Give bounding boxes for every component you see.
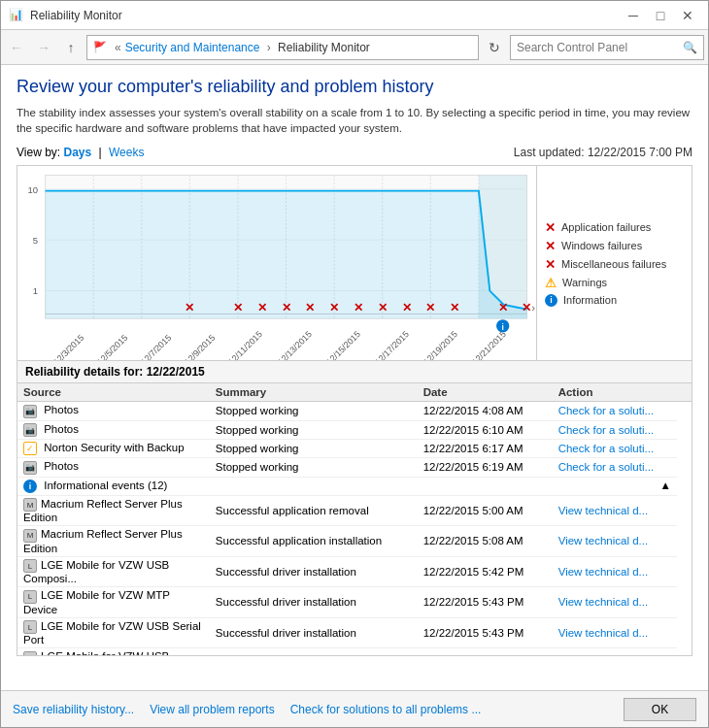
warnings-icon: ⚠ (545, 276, 557, 290)
view-technical-link[interactable]: View technical d... (558, 505, 648, 516)
action-cell[interactable]: View technical d... (553, 617, 677, 648)
view-technical-link[interactable]: View technical d... (558, 566, 648, 578)
svg-text:✕: ✕ (450, 301, 459, 314)
forward-button[interactable]: → (32, 36, 55, 59)
ok-button[interactable]: OK (624, 698, 696, 721)
check-solution-link[interactable]: Check for a soluti... (558, 424, 654, 436)
chart-container: 10 5 1 (17, 165, 692, 361)
close-button[interactable]: ✕ (675, 3, 700, 28)
table-row: 📷 Photos Stopped working 12/22/2015 6:10… (17, 420, 692, 440)
minimize-button[interactable]: ─ (621, 3, 646, 28)
breadcrumb-separator1: « (115, 41, 121, 54)
nav-bar: ← → ↑ 🚩 « Security and Maintenance › Rel… (1, 30, 708, 65)
action-cell[interactable]: Check for a soluti... (553, 420, 677, 440)
breadcrumb-current: Reliability Monitor (278, 41, 370, 54)
info-section-label[interactable]: i Informational events (12) ▲ (17, 477, 677, 495)
view-days-link[interactable]: Days (63, 146, 91, 159)
svg-marker-19 (46, 191, 527, 319)
svg-text:✕: ✕ (282, 301, 291, 314)
misc-failures-icon: ✕ (545, 257, 556, 272)
action-cell[interactable]: View technical d... (553, 526, 677, 557)
date-cell: 12/22/2015 5:43 PM (418, 617, 553, 648)
svg-text:5: 5 (33, 235, 38, 246)
source-cell: LLGE Mobile for VZW USB Composi... (17, 556, 210, 587)
action-cell[interactable]: View technical d... (553, 648, 677, 656)
table-row: MMacrium Reflect Server Plus Edition Suc… (17, 495, 692, 526)
action-cell[interactable]: View technical d... (553, 556, 677, 587)
view-all-reports-link[interactable]: View all problem reports (150, 703, 275, 716)
lge-icon: L (23, 651, 37, 656)
date-cell: 12/22/2015 4:08 AM (418, 402, 553, 421)
table-row: LLGE Mobile for VZW USB Serial Port Succ… (17, 617, 692, 648)
view-technical-link[interactable]: View technical d... (558, 535, 648, 546)
check-solution-link[interactable]: Check for a soluti... (558, 461, 654, 473)
flag-icon: 🚩 (93, 41, 107, 53)
action-cell[interactable]: Check for a soluti... (553, 458, 677, 478)
action-cell[interactable]: Check for a soluti... (553, 440, 677, 458)
summary-cell: Successful driver installation (210, 648, 418, 656)
information-icon: i (545, 294, 557, 307)
summary-cell: Successful application installation (210, 526, 418, 557)
search-input[interactable] (517, 41, 683, 54)
source-cell: MMacrium Reflect Server Plus Edition (17, 495, 210, 526)
svg-text:✕: ✕ (329, 301, 339, 314)
main-content: Review your computer's reliability and p… (1, 65, 708, 690)
svg-text:✕: ✕ (305, 301, 315, 314)
info-badge-icon: i (23, 480, 37, 493)
check-solutions-link[interactable]: Check for solutions to all problems ... (290, 703, 482, 716)
up-button[interactable]: ↑ (59, 36, 83, 59)
window-controls: ─ □ ✕ (621, 3, 700, 28)
col-scroll (677, 383, 692, 402)
source-cell: LLGE Mobile for VZW USB Modem (17, 648, 210, 656)
view-weeks-link[interactable]: Weeks (109, 146, 144, 159)
view-by-label: View by: (17, 146, 63, 159)
view-technical-link[interactable]: View technical d... (558, 627, 648, 639)
breadcrumb-arrow: › (263, 41, 274, 54)
save-reliability-link[interactable]: Save reliability history... (13, 703, 134, 716)
window-icon: 📊 (9, 8, 24, 23)
svg-text:✕: ✕ (378, 301, 388, 314)
search-box: 🔍 (510, 35, 704, 60)
svg-text:✕: ✕ (522, 301, 531, 314)
check-solution-link[interactable]: Check for a soluti... (558, 405, 654, 416)
breadcrumb-security[interactable]: Security and Maintenance (125, 41, 260, 54)
legend-information: i Information (545, 294, 684, 307)
info-section-header: i Informational events (12) ▲ (17, 477, 692, 495)
action-cell[interactable]: Check for a soluti... (553, 402, 677, 421)
view-separator: | (99, 146, 102, 159)
col-action: Action (553, 383, 677, 402)
table-row: LLGE Mobile for VZW USB Modem Successful… (17, 648, 692, 656)
macrium-icon: M (23, 498, 37, 512)
action-cell[interactable]: View technical d... (553, 587, 677, 618)
collapse-icon[interactable]: ▲ (660, 480, 671, 491)
date-cell: 12/22/2015 6:10 AM (418, 420, 553, 440)
summary-cell: Successful driver installation (210, 617, 418, 648)
norton-icon: ✓ (23, 442, 37, 455)
date-cell: 12/22/2015 5:42 PM (418, 556, 553, 587)
summary-cell: Successful driver installation (210, 556, 418, 587)
app-icon: 📷 (23, 405, 37, 418)
chart-main[interactable]: 10 5 1 (17, 166, 536, 360)
summary-cell: Stopped working (210, 402, 418, 421)
details-table-wrapper[interactable]: Source Summary Date Action 📷 Photo (17, 383, 692, 655)
info-section-text: Informational events (12) (44, 480, 167, 491)
legend-windows-failures: ✕ Windows failures (545, 239, 684, 253)
app-icon: 📷 (23, 461, 37, 475)
table-row: ✓ Norton Security with Backup Stopped wo… (17, 440, 692, 458)
lge-icon: L (23, 559, 37, 573)
maximize-button[interactable]: □ (648, 3, 673, 28)
svg-text:✕: ✕ (185, 301, 194, 314)
macrium-icon: M (23, 529, 37, 543)
view-technical-link[interactable]: View technical d... (558, 596, 648, 608)
page-description: The stability index assesses your system… (17, 105, 692, 136)
refresh-button[interactable]: ↻ (483, 36, 506, 59)
action-cell[interactable]: View technical d... (553, 495, 677, 526)
col-source: Source (17, 383, 210, 402)
window-title: Reliability Monitor (30, 9, 621, 22)
back-button[interactable]: ← (5, 36, 28, 59)
table-row: 📷 Photos Stopped working 12/22/2015 6:19… (17, 458, 692, 478)
reliability-details: Reliability details for: 12/22/2015 Sour… (17, 361, 692, 656)
source-cell: LLGE Mobile for VZW USB Serial Port (17, 617, 210, 648)
check-solution-link[interactable]: Check for a soluti... (558, 443, 654, 454)
svg-text:✕: ✕ (425, 301, 435, 314)
